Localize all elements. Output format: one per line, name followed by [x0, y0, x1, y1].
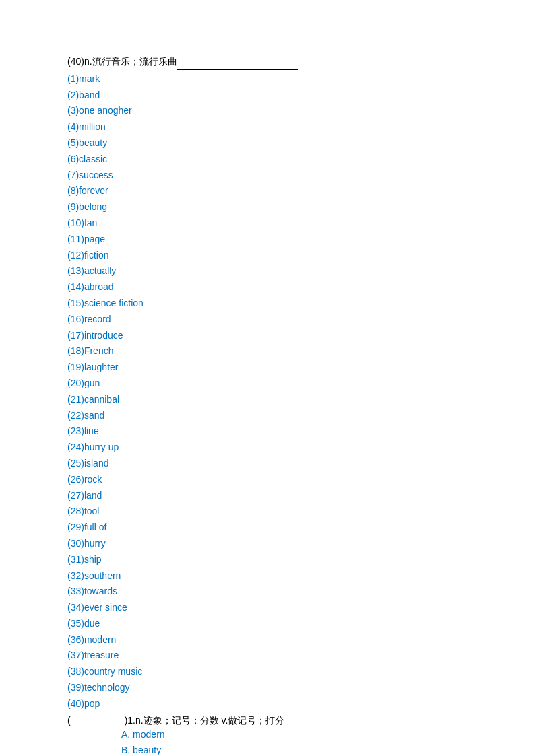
- vocab-item-2: (2)band: [67, 88, 468, 104]
- vocab-item-11: (11)page: [67, 232, 468, 248]
- q-blank-1: [71, 715, 125, 726]
- vocab-item-38: (38)country music: [67, 664, 468, 680]
- vocab-item-24: (24)hurry up: [67, 440, 468, 456]
- vocab-item-28: (28)tool: [67, 504, 468, 520]
- question-header-1: ( )1.n.迹象；记号；分数 v.做记号；打分: [67, 715, 468, 727]
- option-q1-B: B. beauty: [121, 743, 468, 756]
- vocab-item-39: (39)technology: [67, 680, 468, 696]
- vocab-item-27: (27)land: [67, 488, 468, 504]
- vocab-item-29: (29)full of: [67, 520, 468, 536]
- vocab-item-18: (18)French: [67, 343, 468, 359]
- vocab-item-31: (31)ship: [67, 552, 468, 568]
- questions-section: ( )1.n.迹象；记号；分数 v.做记号；打分A. modernB. beau…: [67, 715, 468, 756]
- vocab-item-10: (10)fan: [67, 215, 468, 232]
- question-1: ( )1.n.迹象；记号；分数 v.做记号；打分A. modernB. beau…: [67, 715, 468, 756]
- vocab-item-7: (7)success: [67, 168, 468, 184]
- vocab-item-26: (26)rock: [67, 472, 468, 488]
- vocab-item-9: (9)belong: [67, 199, 468, 215]
- vocab-item-35: (35)due: [67, 616, 468, 632]
- header-blank: [177, 69, 298, 70]
- vocab-item-5: (5)beauty: [67, 135, 468, 151]
- header-text: (40)n.流行音乐；流行乐曲: [67, 56, 177, 67]
- vocab-item-23: (23)line: [67, 423, 468, 440]
- vocabulary-list: (1)mark(2)band(3)one anogher(4)million(5…: [67, 71, 468, 712]
- vocab-item-32: (32)southern: [67, 568, 468, 584]
- vocab-item-4: (4)million: [67, 119, 468, 135]
- vocab-item-16: (16)record: [67, 312, 468, 328]
- vocab-item-17: (17)introduce: [67, 328, 468, 344]
- vocab-item-6: (6)classic: [67, 151, 468, 168]
- vocab-item-21: (21)cannibal: [67, 392, 468, 408]
- vocab-item-14: (14)abroad: [67, 279, 468, 296]
- vocab-item-30: (30)hurry: [67, 536, 468, 552]
- vocab-item-8: (8)forever: [67, 183, 468, 199]
- header-line: (40)n.流行音乐；流行乐曲: [67, 54, 468, 70]
- q-close-def: )1.n.迹象；记号；分数 v.做记号；打分: [125, 715, 285, 727]
- vocab-item-1: (1)mark: [67, 71, 468, 88]
- vocab-item-12: (12)fiction: [67, 248, 468, 264]
- vocab-item-3: (3)one anogher: [67, 103, 468, 119]
- vocab-item-34: (34)ever since: [67, 600, 468, 616]
- vocab-item-37: (37)treasure: [67, 648, 468, 664]
- vocab-item-15: (15)science fiction: [67, 296, 468, 312]
- vocab-item-13: (13)actually: [67, 263, 468, 279]
- vocab-item-22: (22)sand: [67, 408, 468, 424]
- vocab-item-36: (36)modern: [67, 632, 468, 648]
- vocab-item-19: (19)laughter: [67, 359, 468, 376]
- option-q1-A: A. modern: [121, 727, 468, 743]
- vocab-item-20: (20)gun: [67, 376, 468, 392]
- vocab-item-33: (33)towards: [67, 584, 468, 600]
- vocab-item-25: (25)island: [67, 456, 468, 472]
- vocab-item-40: (40)pop: [67, 696, 468, 712]
